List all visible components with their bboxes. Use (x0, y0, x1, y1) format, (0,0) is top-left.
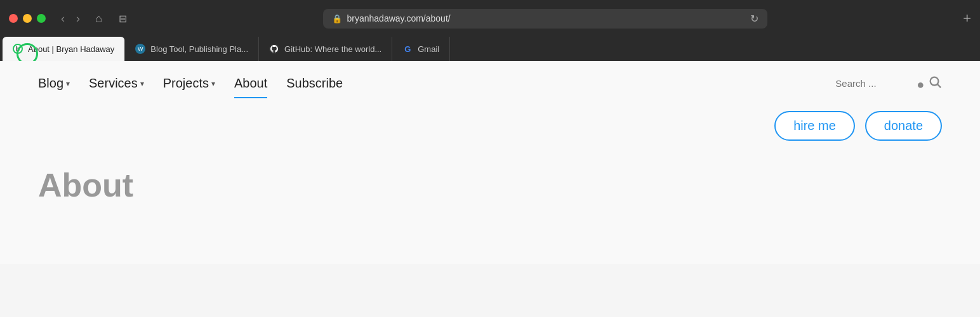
lock-icon: 🔒 (332, 14, 342, 23)
services-dropdown-arrow: ▾ (140, 79, 144, 88)
github-icon (269, 44, 279, 54)
search-input[interactable] (835, 78, 911, 89)
svg-point-0 (930, 77, 939, 86)
tabs-bar: b About | Bryan Hadaway Favicon W Blog T… (0, 37, 980, 61)
nav-buttons: ‹ › (57, 11, 84, 27)
nav-about-label: About (234, 76, 267, 91)
page-heading: About (38, 166, 942, 204)
nav-projects-label: Projects (163, 76, 209, 91)
tab-github[interactable]: GitHub: Where the world... (259, 37, 392, 61)
nav-item-services[interactable]: Services ▾ (89, 74, 144, 93)
nav-subscribe-label: Subscribe (286, 76, 343, 91)
svg-line-1 (937, 84, 941, 87)
home-button[interactable]: ⌂ (91, 11, 106, 27)
annotation-circle (17, 43, 38, 61)
address-bar[interactable]: 🔒 bryanhadaway.com/about/ ↻ (323, 9, 767, 29)
nav-blog-label: Blog (38, 76, 63, 91)
tab-gmail[interactable]: G Gmail (392, 37, 450, 61)
close-button[interactable] (9, 14, 18, 23)
page-heading-area: About (0, 153, 980, 210)
hire-me-button[interactable]: hire me (774, 111, 855, 141)
tab-about[interactable]: b About | Bryan Hadaway Favicon (3, 37, 125, 61)
title-bar: ‹ › ⌂ ⊟ 🔒 bryanhadaway.com/about/ ↻ + (0, 0, 980, 37)
search-icon[interactable]: ● (917, 75, 942, 92)
website-content: Blog ▾ Services ▾ Projects ▾ About Subsc… (0, 61, 980, 264)
nav-item-subscribe[interactable]: Subscribe (286, 74, 343, 93)
search-area: ● (835, 75, 942, 92)
tab-github-label: GitHub: Where the world... (284, 44, 381, 54)
forward-button[interactable]: › (72, 11, 84, 27)
address-text: bryanhadaway.com/about/ (347, 13, 745, 23)
maximize-button[interactable] (37, 14, 46, 23)
tab-wordpress[interactable]: W Blog Tool, Publishing Pla... (125, 37, 259, 61)
wordpress-icon: W (135, 44, 145, 54)
blog-dropdown-arrow: ▾ (66, 79, 70, 88)
minimize-button[interactable] (23, 14, 32, 23)
tab-menu-button[interactable]: ⊟ (114, 11, 132, 26)
projects-dropdown-arrow: ▾ (211, 79, 215, 88)
tab-about-label: About | Bryan Hadaway (28, 44, 114, 54)
nav-item-about[interactable]: About (234, 74, 267, 93)
reload-button[interactable]: ↻ (750, 13, 758, 25)
google-icon: G (402, 44, 413, 54)
nav-items: Blog ▾ Services ▾ Projects ▾ About Subsc… (38, 74, 835, 93)
new-tab-button[interactable]: + (963, 10, 971, 27)
nav-services-label: Services (89, 76, 138, 91)
tab-wordpress-label: Blog Tool, Publishing Pla... (150, 44, 248, 54)
back-button[interactable]: ‹ (57, 11, 69, 27)
traffic-lights (9, 14, 46, 23)
donate-button[interactable]: donate (865, 111, 942, 141)
browser-window: ‹ › ⌂ ⊟ 🔒 bryanhadaway.com/about/ ↻ + b … (0, 0, 980, 264)
site-navigation: Blog ▾ Services ▾ Projects ▾ About Subsc… (0, 61, 980, 106)
tab-gmail-label: Gmail (418, 44, 439, 54)
nav-item-projects[interactable]: Projects ▾ (163, 74, 215, 93)
cta-area: hire me donate (0, 106, 980, 153)
nav-item-blog[interactable]: Blog ▾ (38, 74, 70, 93)
